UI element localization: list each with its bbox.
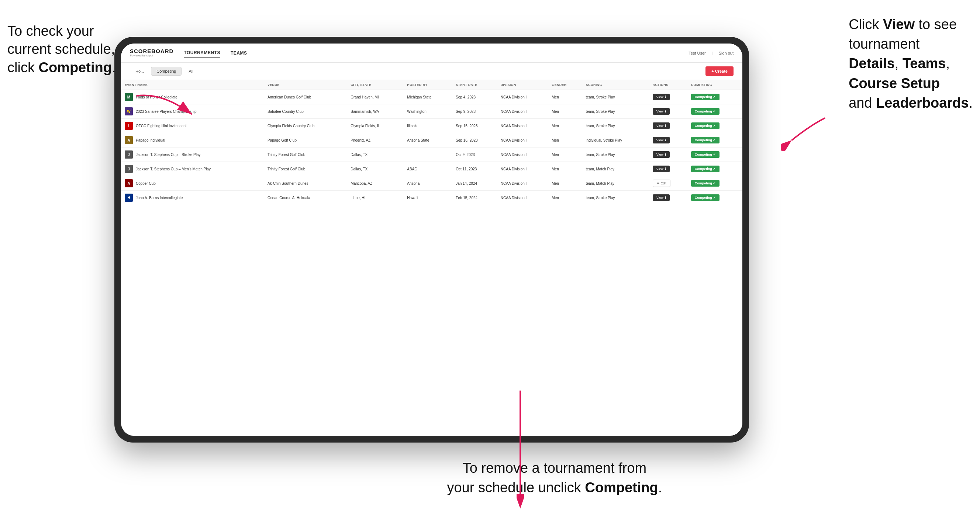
nav-teams[interactable]: TEAMS bbox=[231, 49, 247, 57]
competing-cell: Competing ✓ bbox=[687, 90, 742, 104]
hosted-cell: Washington bbox=[403, 104, 452, 119]
competing-button[interactable]: Competing ✓ bbox=[691, 108, 720, 115]
team-logo: A bbox=[125, 179, 133, 187]
venue-cell: Ak-Chin Southern Dunes bbox=[264, 176, 347, 190]
col-gender: GENDER bbox=[548, 80, 582, 90]
actions-cell: View ℹ bbox=[649, 90, 687, 104]
tab-home[interactable]: Ho... bbox=[130, 67, 150, 76]
competing-button[interactable]: Competing ✓ bbox=[691, 194, 720, 201]
city-cell: Phoenix, AZ bbox=[347, 133, 403, 148]
nav-tournaments[interactable]: TOURNAMENTS bbox=[184, 49, 220, 57]
tab-competing[interactable]: Competing bbox=[151, 67, 181, 76]
competing-button[interactable]: Competing ✓ bbox=[691, 165, 720, 172]
team-logo: A bbox=[125, 136, 133, 144]
table-row: H John A. Burns Intercollegiate Ocean Co… bbox=[121, 190, 742, 205]
table-container: EVENT NAME VENUE CITY, STATE HOSTED BY S… bbox=[121, 80, 742, 436]
view-button[interactable]: View ℹ bbox=[653, 122, 670, 129]
filter-bar: Ho... Competing All + Create bbox=[121, 63, 742, 80]
division-cell: NCAA Division I bbox=[497, 190, 548, 205]
event-name: John A. Burns Intercollegiate bbox=[136, 196, 183, 200]
view-button[interactable]: View ℹ bbox=[653, 194, 670, 201]
annotation-top-right: Click View to see tournament Details, Te… bbox=[849, 15, 973, 113]
start-cell: Feb 15, 2024 bbox=[452, 190, 497, 205]
event-name-cell: H John A. Burns Intercollegiate bbox=[121, 190, 264, 205]
col-start: START DATE bbox=[452, 80, 497, 90]
view-button[interactable]: View ℹ bbox=[653, 94, 670, 100]
event-name: Jackson T. Stephens Cup – Men's Match Pl… bbox=[136, 167, 211, 171]
actions-cell: View ℹ bbox=[649, 133, 687, 148]
team-logo: J bbox=[125, 165, 133, 173]
start-cell: Sep 4, 2023 bbox=[452, 90, 497, 104]
competing-cell: Competing ✓ bbox=[687, 176, 742, 190]
competing-button[interactable]: Competing ✓ bbox=[691, 94, 720, 100]
scoring-cell: individual, Stroke Play bbox=[582, 133, 649, 148]
sign-out-link[interactable]: Sign out bbox=[719, 51, 733, 55]
city-cell: Lihue, HI bbox=[347, 190, 403, 205]
gender-cell: Men bbox=[548, 162, 582, 176]
competing-button[interactable]: Competing ✓ bbox=[691, 137, 720, 143]
competing-cell: Competing ✓ bbox=[687, 104, 742, 119]
gender-cell: Men bbox=[548, 90, 582, 104]
competing-button[interactable]: Competing ✓ bbox=[691, 122, 720, 129]
tablet-frame: SCOREBOARD Powered by clippi TOURNAMENTS… bbox=[115, 37, 749, 443]
col-event-name: EVENT NAME bbox=[121, 80, 264, 90]
annotation-bottom: To remove a tournament from your schedul… bbox=[447, 459, 662, 497]
competing-cell: Competing ✓ bbox=[687, 162, 742, 176]
col-division: DIVISION bbox=[497, 80, 548, 90]
start-cell: Sep 15, 2023 bbox=[452, 119, 497, 133]
venue-cell: Papago Golf Club bbox=[264, 133, 347, 148]
division-cell: NCAA Division I bbox=[497, 162, 548, 176]
gender-cell: Men bbox=[548, 148, 582, 162]
create-button[interactable]: + Create bbox=[705, 67, 733, 76]
city-cell: Grand Haven, MI bbox=[347, 90, 403, 104]
start-cell: Sep 9, 2023 bbox=[452, 104, 497, 119]
gender-cell: Men bbox=[548, 133, 582, 148]
event-name-cell: M Folds of Honor Collegiate bbox=[121, 90, 264, 104]
start-cell: Oct 11, 2023 bbox=[452, 162, 497, 176]
division-cell: NCAA Division I bbox=[497, 90, 548, 104]
table-body: M Folds of Honor Collegiate American Dun… bbox=[121, 90, 742, 205]
tab-all[interactable]: All bbox=[183, 67, 199, 76]
actions-cell: View ℹ bbox=[649, 104, 687, 119]
view-button[interactable]: View ℹ bbox=[653, 108, 670, 115]
nav-right: Test User | Sign out bbox=[689, 51, 733, 55]
table-row: A Copper Cup Ak-Chin Southern Dunes Mari… bbox=[121, 176, 742, 190]
col-venue: VENUE bbox=[264, 80, 347, 90]
venue-cell: Ocean Course At Hokuala bbox=[264, 190, 347, 205]
venue-cell: Sahalee Country Club bbox=[264, 104, 347, 119]
competing-cell: Competing ✓ bbox=[687, 133, 742, 148]
gender-cell: Men bbox=[548, 104, 582, 119]
hosted-cell: Illinois bbox=[403, 119, 452, 133]
city-cell: Olympia Fields, IL bbox=[347, 119, 403, 133]
view-button[interactable]: View ℹ bbox=[653, 165, 670, 172]
venue-cell: Trinity Forest Golf Club bbox=[264, 148, 347, 162]
scoring-cell: team, Stroke Play bbox=[582, 104, 649, 119]
table-row: J Jackson T. Stephens Cup – Men's Match … bbox=[121, 162, 742, 176]
gender-cell: Men bbox=[548, 176, 582, 190]
competing-button[interactable]: Competing ✓ bbox=[691, 180, 720, 187]
event-name-cell: A Copper Cup bbox=[121, 176, 264, 190]
actions-cell: View ℹ bbox=[649, 148, 687, 162]
event-name-cell: I OFCC Fighting Illini Invitational bbox=[121, 119, 264, 133]
competing-cell: Competing ✓ bbox=[687, 119, 742, 133]
nav-links: TOURNAMENTS TEAMS bbox=[184, 49, 689, 57]
hosted-cell: Hawaii bbox=[403, 190, 452, 205]
competing-button[interactable]: Competing ✓ bbox=[691, 151, 720, 158]
edit-button[interactable]: ✏ Edit bbox=[653, 179, 670, 187]
table-row: M Folds of Honor Collegiate American Dun… bbox=[121, 90, 742, 104]
view-button[interactable]: View ℹ bbox=[653, 137, 670, 143]
nav-user: Test User bbox=[689, 51, 705, 55]
col-competing: COMPETING bbox=[687, 80, 742, 90]
tournaments-table: EVENT NAME VENUE CITY, STATE HOSTED BY S… bbox=[121, 80, 742, 205]
scoring-cell: team, Stroke Play bbox=[582, 148, 649, 162]
city-cell: Maricopa, AZ bbox=[347, 176, 403, 190]
scoring-cell: team, Match Play bbox=[582, 176, 649, 190]
table-row: A Papago Individual Papago Golf Club Pho… bbox=[121, 133, 742, 148]
division-cell: NCAA Division I bbox=[497, 104, 548, 119]
event-name: Papago Individual bbox=[136, 138, 165, 142]
team-logo: H bbox=[125, 194, 133, 202]
annotation-top-left: To check your current schedule, click Co… bbox=[7, 22, 116, 77]
actions-cell: View ℹ bbox=[649, 162, 687, 176]
event-name-cell: A Papago Individual bbox=[121, 133, 264, 148]
view-button[interactable]: View ℹ bbox=[653, 151, 670, 158]
